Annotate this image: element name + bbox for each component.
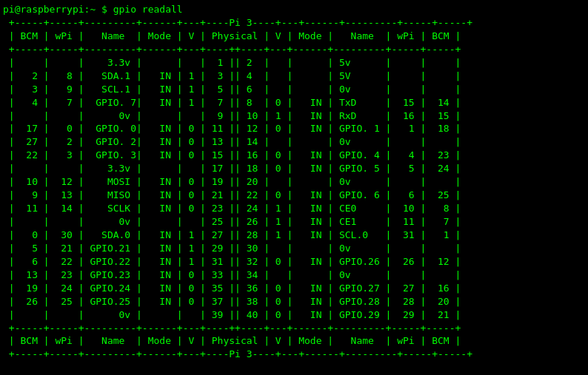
prompt-line: pi@raspberrypi:~ $ gpio readall xyxy=(3,4,183,15)
gpio-table: +-----+-----+---------+------+---+----Pi… xyxy=(3,17,472,359)
terminal-output: pi@raspberrypi:~ $ gpio readall +-----+-… xyxy=(3,3,585,361)
